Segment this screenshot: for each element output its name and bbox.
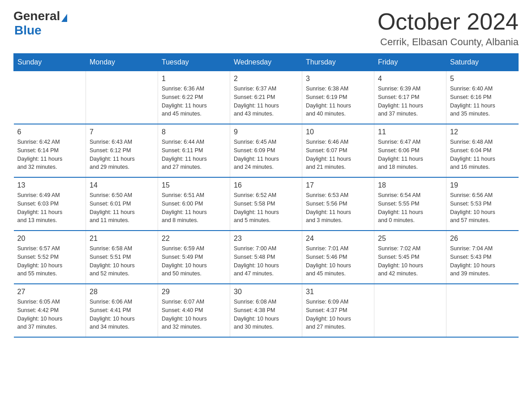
- calendar-cell: 28Sunrise: 6:06 AMSunset: 4:41 PMDayligh…: [86, 284, 158, 337]
- day-number: 25: [378, 235, 442, 243]
- day-info: Sunrise: 6:52 AMSunset: 5:58 PMDaylight:…: [234, 191, 298, 225]
- day-number: 13: [17, 181, 82, 189]
- header-sunday: Sunday: [14, 54, 86, 71]
- day-number: 5: [450, 75, 515, 83]
- day-number: 23: [234, 235, 298, 243]
- day-info: Sunrise: 6:40 AMSunset: 6:16 PMDaylight:…: [450, 85, 515, 118]
- calendar-cell: 31Sunrise: 6:09 AMSunset: 4:37 PMDayligh…: [302, 284, 374, 337]
- day-info: Sunrise: 6:54 AMSunset: 5:55 PMDaylight:…: [378, 191, 442, 225]
- calendar-cell: 5Sunrise: 6:40 AMSunset: 6:16 PMDaylight…: [446, 71, 519, 124]
- day-info: Sunrise: 6:37 AMSunset: 6:21 PMDaylight:…: [234, 85, 298, 118]
- day-info: Sunrise: 6:45 AMSunset: 6:09 PMDaylight:…: [234, 138, 298, 171]
- header-tuesday: Tuesday: [158, 54, 230, 71]
- day-info: Sunrise: 6:58 AMSunset: 5:51 PMDaylight:…: [90, 244, 154, 278]
- day-number: 20: [17, 235, 82, 243]
- day-number: 6: [17, 128, 82, 136]
- calendar-cell: 11Sunrise: 6:47 AMSunset: 6:06 PMDayligh…: [374, 124, 446, 177]
- day-number: 2: [234, 75, 298, 83]
- calendar-cell: 29Sunrise: 6:07 AMSunset: 4:40 PMDayligh…: [158, 284, 230, 337]
- calendar-cell: [86, 71, 158, 124]
- week-row-1: 1Sunrise: 6:36 AMSunset: 6:22 PMDaylight…: [14, 71, 519, 124]
- calendar-cell: 7Sunrise: 6:43 AMSunset: 6:12 PMDaylight…: [86, 124, 158, 177]
- calendar-cell: 19Sunrise: 6:56 AMSunset: 5:53 PMDayligh…: [446, 177, 519, 231]
- calendar-cell: 8Sunrise: 6:44 AMSunset: 6:11 PMDaylight…: [158, 124, 230, 177]
- calendar-cell: 4Sunrise: 6:39 AMSunset: 6:17 PMDaylight…: [374, 71, 446, 124]
- day-info: Sunrise: 6:56 AMSunset: 5:53 PMDaylight:…: [450, 191, 515, 225]
- day-info: Sunrise: 7:01 AMSunset: 5:46 PMDaylight:…: [306, 244, 370, 278]
- day-info: Sunrise: 6:05 AMSunset: 4:42 PMDaylight:…: [17, 298, 82, 331]
- day-number: 18: [378, 181, 442, 189]
- page-header: General Blue October 2024 Cerrik, Elbasa…: [13, 9, 519, 48]
- calendar-body: 1Sunrise: 6:36 AMSunset: 6:22 PMDaylight…: [14, 71, 519, 338]
- main-title: October 2024: [378, 9, 519, 34]
- calendar-cell: 22Sunrise: 6:59 AMSunset: 5:49 PMDayligh…: [158, 231, 230, 284]
- day-number: 22: [162, 235, 226, 243]
- subtitle: Cerrik, Elbasan County, Albania: [378, 36, 519, 48]
- week-row-4: 20Sunrise: 6:57 AMSunset: 5:52 PMDayligh…: [14, 231, 519, 284]
- day-info: Sunrise: 6:48 AMSunset: 6:04 PMDaylight:…: [450, 138, 515, 171]
- days-of-week-row: SundayMondayTuesdayWednesdayThursdayFrid…: [14, 54, 519, 71]
- calendar-cell: 24Sunrise: 7:01 AMSunset: 5:46 PMDayligh…: [302, 231, 374, 284]
- day-info: Sunrise: 6:53 AMSunset: 5:56 PMDaylight:…: [306, 191, 370, 225]
- calendar-cell: 2Sunrise: 6:37 AMSunset: 6:21 PMDaylight…: [230, 71, 302, 124]
- calendar-cell: 14Sunrise: 6:50 AMSunset: 6:01 PMDayligh…: [86, 177, 158, 231]
- day-number: 3: [306, 75, 370, 83]
- calendar-header: SundayMondayTuesdayWednesdayThursdayFrid…: [14, 54, 519, 71]
- day-number: 31: [306, 288, 370, 296]
- day-number: 17: [306, 181, 370, 189]
- day-number: 30: [234, 288, 298, 296]
- day-number: 14: [90, 181, 154, 189]
- calendar-cell: 30Sunrise: 6:08 AMSunset: 4:38 PMDayligh…: [230, 284, 302, 337]
- day-info: Sunrise: 6:42 AMSunset: 6:14 PMDaylight:…: [17, 138, 82, 171]
- day-number: 21: [90, 235, 154, 243]
- calendar-cell: 27Sunrise: 6:05 AMSunset: 4:42 PMDayligh…: [14, 284, 86, 337]
- logo-triangle-icon: [61, 14, 67, 22]
- day-info: Sunrise: 6:06 AMSunset: 4:41 PMDaylight:…: [90, 298, 154, 331]
- day-info: Sunrise: 6:59 AMSunset: 5:49 PMDaylight:…: [162, 244, 226, 278]
- calendar-cell: 25Sunrise: 7:02 AMSunset: 5:45 PMDayligh…: [374, 231, 446, 284]
- calendar-cell: 21Sunrise: 6:58 AMSunset: 5:51 PMDayligh…: [86, 231, 158, 284]
- calendar-cell: 9Sunrise: 6:45 AMSunset: 6:09 PMDaylight…: [230, 124, 302, 177]
- day-info: Sunrise: 6:38 AMSunset: 6:19 PMDaylight:…: [306, 85, 370, 118]
- logo-blue-text: Blue: [14, 23, 42, 38]
- day-info: Sunrise: 7:02 AMSunset: 5:45 PMDaylight:…: [378, 244, 442, 278]
- week-row-5: 27Sunrise: 6:05 AMSunset: 4:42 PMDayligh…: [14, 284, 519, 337]
- header-monday: Monday: [86, 54, 158, 71]
- title-block: October 2024 Cerrik, Elbasan County, Alb…: [378, 9, 519, 48]
- day-info: Sunrise: 6:49 AMSunset: 6:03 PMDaylight:…: [17, 191, 82, 225]
- calendar-cell: 23Sunrise: 7:00 AMSunset: 5:48 PMDayligh…: [230, 231, 302, 284]
- day-number: 7: [90, 128, 154, 136]
- calendar-cell: 1Sunrise: 6:36 AMSunset: 6:22 PMDaylight…: [158, 71, 230, 124]
- day-info: Sunrise: 6:57 AMSunset: 5:52 PMDaylight:…: [17, 244, 82, 278]
- day-number: 24: [306, 235, 370, 243]
- day-number: 8: [162, 128, 226, 136]
- calendar-cell: 3Sunrise: 6:38 AMSunset: 6:19 PMDaylight…: [302, 71, 374, 124]
- calendar-cell: 10Sunrise: 6:46 AMSunset: 6:07 PMDayligh…: [302, 124, 374, 177]
- calendar-cell: 26Sunrise: 7:04 AMSunset: 5:43 PMDayligh…: [446, 231, 519, 284]
- header-wednesday: Wednesday: [230, 54, 302, 71]
- calendar-cell: [14, 71, 86, 124]
- day-info: Sunrise: 6:44 AMSunset: 6:11 PMDaylight:…: [162, 138, 226, 171]
- day-info: Sunrise: 6:36 AMSunset: 6:22 PMDaylight:…: [162, 85, 226, 118]
- calendar-table: SundayMondayTuesdayWednesdayThursdayFrid…: [13, 53, 519, 338]
- day-info: Sunrise: 7:04 AMSunset: 5:43 PMDaylight:…: [450, 244, 515, 278]
- logo: General Blue: [13, 9, 67, 38]
- logo-general-text: General: [13, 9, 60, 23]
- calendar-cell: 17Sunrise: 6:53 AMSunset: 5:56 PMDayligh…: [302, 177, 374, 231]
- day-number: 16: [234, 181, 298, 189]
- day-number: 28: [90, 288, 154, 296]
- day-number: 26: [450, 235, 515, 243]
- calendar-cell: [446, 284, 519, 337]
- calendar-cell: 16Sunrise: 6:52 AMSunset: 5:58 PMDayligh…: [230, 177, 302, 231]
- calendar-cell: 13Sunrise: 6:49 AMSunset: 6:03 PMDayligh…: [14, 177, 86, 231]
- calendar-cell: 20Sunrise: 6:57 AMSunset: 5:52 PMDayligh…: [14, 231, 86, 284]
- week-row-2: 6Sunrise: 6:42 AMSunset: 6:14 PMDaylight…: [14, 124, 519, 177]
- week-row-3: 13Sunrise: 6:49 AMSunset: 6:03 PMDayligh…: [14, 177, 519, 231]
- calendar-cell: 6Sunrise: 6:42 AMSunset: 6:14 PMDaylight…: [14, 124, 86, 177]
- day-number: 4: [378, 75, 442, 83]
- day-info: Sunrise: 6:09 AMSunset: 4:37 PMDaylight:…: [306, 298, 370, 331]
- day-number: 1: [162, 75, 226, 83]
- calendar-cell: 15Sunrise: 6:51 AMSunset: 6:00 PMDayligh…: [158, 177, 230, 231]
- day-info: Sunrise: 6:07 AMSunset: 4:40 PMDaylight:…: [162, 298, 226, 331]
- day-number: 15: [162, 181, 226, 189]
